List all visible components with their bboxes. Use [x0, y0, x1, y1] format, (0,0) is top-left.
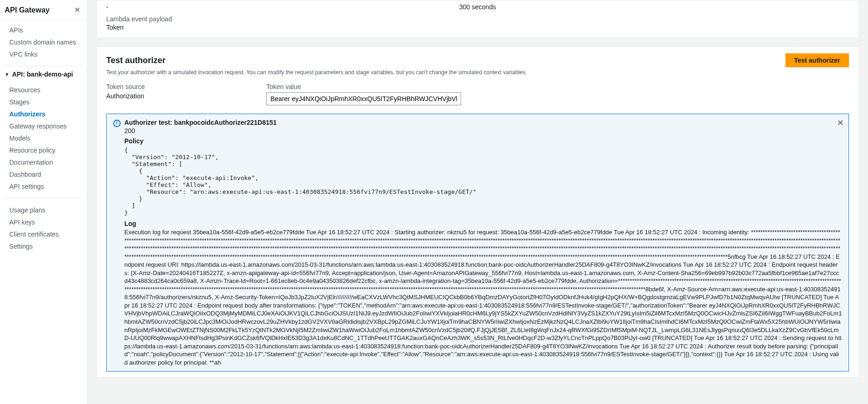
- details-panel: - 300 seconds Lambda event payload Token: [96, 0, 859, 38]
- result-flash: ✕ Authorizer test: bankpocoidcAuthorizer…: [106, 114, 849, 372]
- info-icon: [113, 120, 121, 127]
- policy-label: Policy: [124, 137, 842, 145]
- nav-api-settings[interactable]: API settings: [0, 180, 87, 192]
- sidebar-close-icon[interactable]: ✕: [72, 6, 82, 14]
- nav-usage-plans[interactable]: Usage plans: [0, 204, 87, 216]
- token-value-label: Token value: [266, 83, 849, 90]
- sidebar: API Gateway ✕ APIs Custom domain names V…: [0, 0, 87, 404]
- token-value-input[interactable]: [266, 92, 461, 105]
- result-status: 200: [124, 127, 842, 135]
- nav-gateway-responses[interactable]: Gateway responses: [0, 120, 87, 132]
- nav-api-group[interactable]: ▼ API: bank-demo-api: [0, 68, 87, 80]
- token-source-value: Authorization: [106, 92, 248, 100]
- lambda-payload-value: Token: [106, 24, 849, 31]
- nav-resources[interactable]: Resources: [0, 84, 87, 96]
- log-label: Log: [124, 220, 842, 227]
- nav-authorizers[interactable]: Authorizers: [0, 108, 87, 120]
- chevron-down-icon: ▼: [5, 72, 9, 77]
- divider: [5, 198, 82, 199]
- nav-client-certificates[interactable]: Client certificates: [0, 228, 87, 240]
- nav-api-group-label: API: bank-demo-api: [12, 71, 73, 78]
- nav-models[interactable]: Models: [0, 132, 87, 144]
- divider: [5, 66, 82, 66]
- close-icon[interactable]: ✕: [837, 118, 844, 128]
- details-dash: -: [106, 3, 354, 11]
- details-seconds: 300 seconds: [354, 3, 602, 11]
- lambda-payload-label: Lambda event payload: [106, 15, 849, 23]
- result-title: Authorizer test: bankpocoidcAuthorizer22…: [124, 119, 276, 126]
- test-description: Test your authorizer with a simulated in…: [97, 69, 858, 83]
- sidebar-title: API Gateway: [5, 6, 50, 14]
- nav-dashboard[interactable]: Dashboard: [0, 168, 87, 180]
- test-authorizer-button[interactable]: Test authorizer: [785, 53, 849, 67]
- nav-stages[interactable]: Stages: [0, 96, 87, 108]
- nav-documentation[interactable]: Documentation: [0, 156, 87, 168]
- log-text: Execution log for request 35bea10a-556f-…: [124, 228, 842, 366]
- test-authorizer-panel: Test authorizer Test authorizer Test you…: [96, 46, 859, 378]
- nav-api-keys[interactable]: API keys: [0, 216, 87, 228]
- test-heading: Test authorizer: [106, 56, 166, 65]
- nav-custom-domain-names[interactable]: Custom domain names: [0, 36, 87, 48]
- nav-apis[interactable]: APIs: [0, 24, 87, 36]
- nav-vpc-links[interactable]: VPC links: [0, 48, 87, 60]
- nav-resource-policy[interactable]: Resource policy: [0, 144, 87, 156]
- policy-json: { "Version": "2012-10-17", "Statement": …: [124, 147, 842, 216]
- main-content: - 300 seconds Lambda event payload Token…: [87, 0, 868, 404]
- nav-settings[interactable]: Settings: [0, 240, 87, 252]
- token-source-label: Token source: [106, 83, 248, 90]
